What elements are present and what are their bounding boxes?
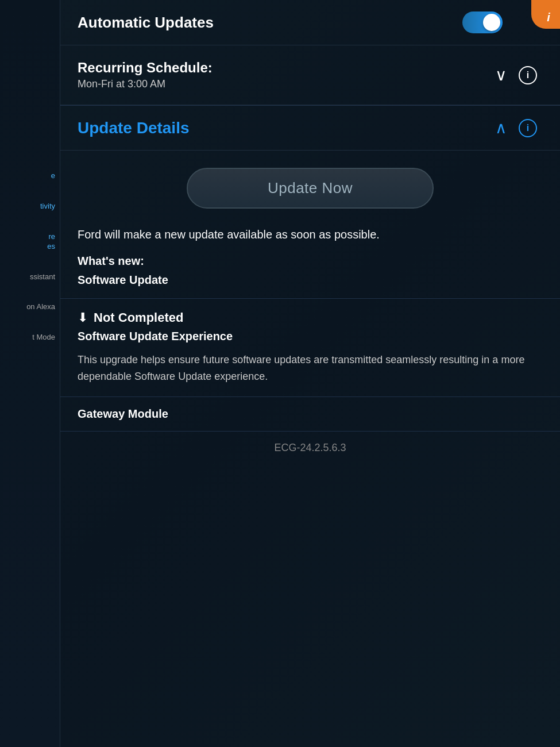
sidebar-label-2: tivity (40, 202, 55, 210)
screen: e tivity rees ssistant on Alexa t Mode i… (0, 0, 560, 747)
sidebar-item-5[interactable]: on Alexa (0, 292, 60, 322)
whats-new-label: What's new: (78, 255, 543, 268)
update-details-title: Update Details (78, 119, 190, 137)
recurring-info-icon: i (527, 70, 529, 80)
automatic-updates-section: Automatic Updates (60, 0, 560, 45)
software-update-experience-label: Software Update Experience (78, 330, 543, 343)
download-icon: ⬇︎ (78, 310, 88, 325)
gateway-section: Gateway Module (60, 396, 560, 431)
recurring-schedule-text: Recurring Schedule: Mon-Fri at 3:00 AM (78, 60, 213, 90)
update-details-header-right: ∧ i (495, 118, 537, 137)
main-content: i Automatic Updates Recurring Schedule: … (60, 0, 560, 747)
recurring-time: Mon-Fri at 3:00 AM (78, 78, 213, 90)
sidebar-item-2[interactable]: tivity (0, 191, 60, 222)
update-now-button[interactable]: Update Now (187, 168, 434, 209)
update-details-info-button[interactable]: i (519, 119, 537, 137)
sidebar-label-6: t Mode (32, 333, 55, 341)
sidebar-label-5: on Alexa (26, 302, 55, 311)
software-update-label: Software Update (78, 274, 543, 287)
recurring-info-button[interactable]: i (519, 66, 537, 84)
software-update-experience-description: This upgrade helps ensure future softwar… (78, 352, 543, 385)
update-details-header: Update Details ∧ i (60, 106, 560, 151)
recurring-label: Recurring Schedule: (78, 60, 213, 76)
ecg-version-section: ECG-24.2.5.6.3 (60, 431, 560, 464)
recurring-right-controls: ∨ i (495, 66, 537, 84)
sidebar-label-3: rees (47, 232, 55, 251)
sidebar: e tivity rees ssistant on Alexa t Mode (0, 0, 60, 747)
automatic-updates-title: Automatic Updates (78, 14, 214, 32)
sidebar-item-6[interactable]: t Mode (0, 322, 60, 353)
toggle-knob (483, 14, 500, 31)
sidebar-label-4: ssistant (30, 272, 55, 281)
not-completed-section: ⬇︎ Not Completed Software Update Experie… (60, 298, 560, 396)
update-info-section: Ford will make a new update available as… (60, 220, 560, 298)
automatic-updates-toggle[interactable] (462, 11, 503, 33)
not-completed-status: Not Completed (94, 310, 183, 325)
toggle-area (462, 11, 503, 33)
ecg-version-text: ECG-24.2.5.6.3 (274, 442, 346, 453)
update-now-container: Update Now (60, 151, 560, 220)
sidebar-item-4[interactable]: ssistant (0, 262, 60, 292)
sidebar-item-1[interactable]: e (0, 161, 60, 191)
update-description: Ford will make a new update available as… (78, 226, 543, 243)
not-completed-header: ⬇︎ Not Completed (78, 310, 543, 325)
update-details-info-icon: i (527, 123, 529, 133)
sidebar-label-1: e (51, 171, 55, 180)
update-details-chevron-up[interactable]: ∧ (495, 118, 507, 137)
gateway-module-label: Gateway Module (78, 407, 168, 421)
orange-icon-symbol: i (547, 11, 550, 24)
recurring-schedule-section: Recurring Schedule: Mon-Fri at 3:00 AM ∨… (60, 45, 560, 105)
sidebar-item-3[interactable]: rees (0, 222, 60, 262)
orange-corner-icon[interactable]: i (531, 0, 560, 29)
recurring-chevron-down[interactable]: ∨ (495, 66, 507, 84)
